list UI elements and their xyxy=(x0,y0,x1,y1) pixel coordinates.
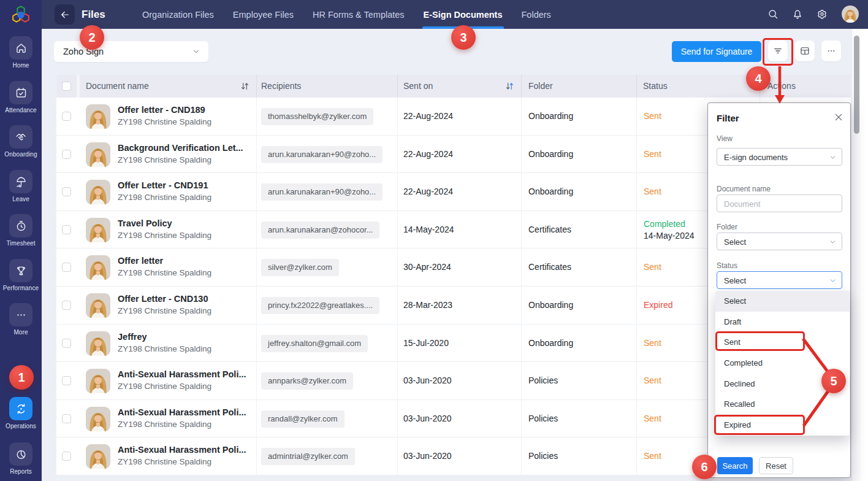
document-name[interactable]: Anti-Sexual Harassment Poli... xyxy=(118,407,246,417)
document-name[interactable]: Offer Letter - CND191 xyxy=(118,180,208,190)
vertical-scrollbar[interactable] xyxy=(851,29,861,481)
person-photo xyxy=(86,255,110,280)
status-label: Status xyxy=(717,261,737,270)
row-checkbox[interactable] xyxy=(62,376,71,385)
status-options-list: SelectDraftSentCompletedDeclinedRecalled… xyxy=(715,291,850,436)
document-owner: ZY198 Christine Spalding xyxy=(118,117,211,126)
status-option-select[interactable]: Select xyxy=(715,291,850,312)
operations-sync-icon xyxy=(15,402,28,415)
more-options-button[interactable] xyxy=(821,40,841,61)
row-checkbox[interactable] xyxy=(62,225,71,234)
person-photo xyxy=(86,142,110,167)
folder-name: Certificates xyxy=(528,262,571,272)
document-owner: ZY198 Christine Spalding xyxy=(118,306,211,315)
search-button[interactable] xyxy=(767,8,779,20)
filter-panel-title: Filter xyxy=(717,113,739,123)
folder-name: Policies xyxy=(528,451,558,461)
sidebar-item-label: Leave xyxy=(0,196,42,202)
col-recipients: Recipients xyxy=(261,81,301,91)
status-badge: Sent xyxy=(644,262,661,272)
document-name[interactable]: Offer letter - CND189 xyxy=(118,105,205,115)
recipient-email: thomasshelbyk@zylker.com xyxy=(261,108,373,125)
annotation-badge-5: 5 xyxy=(821,369,846,393)
sidebar-item-label: Reports xyxy=(0,468,42,475)
row-checkbox[interactable] xyxy=(62,187,71,196)
document-name[interactable]: Anti-Sexual Harassment Poli... xyxy=(118,369,246,379)
performance-trophy-icon xyxy=(15,264,28,277)
sort-icon[interactable] xyxy=(506,82,514,90)
scrollbar-thumb[interactable] xyxy=(854,36,859,134)
view-select[interactable]: E-sign documents xyxy=(717,148,842,166)
row-checkbox[interactable] xyxy=(62,339,71,348)
sent-on-date: 22-Aug-2024 xyxy=(403,149,453,159)
document-name[interactable]: Offer letter xyxy=(118,256,163,266)
send-for-signature-button[interactable]: Send for Signature xyxy=(672,41,761,62)
reset-button[interactable]: Reset xyxy=(759,457,793,474)
gear-button[interactable] xyxy=(816,8,828,20)
annotation-badge-1: 1 xyxy=(9,365,34,390)
sort-icon[interactable] xyxy=(241,82,249,90)
person-photo xyxy=(86,104,110,129)
sidebar-item-more[interactable]: More xyxy=(0,303,42,336)
avatar xyxy=(86,142,110,167)
row-checkbox[interactable] xyxy=(62,452,71,461)
person-photo xyxy=(86,180,110,204)
select-all-checkbox[interactable] xyxy=(62,82,71,91)
document-name[interactable]: Travel Policy xyxy=(118,218,172,228)
avatar xyxy=(86,293,110,318)
view-label: View xyxy=(717,134,733,143)
row-checkbox[interactable] xyxy=(62,414,71,423)
document-name[interactable]: Background Verification Let... xyxy=(118,143,243,153)
sidebar-item-home[interactable]: Home xyxy=(0,36,42,69)
sidebar-item-timesheet[interactable]: Timesheet xyxy=(0,214,42,247)
sent-on-date: 22-Aug-2024 xyxy=(403,187,453,196)
folder-select[interactable]: Select xyxy=(717,233,842,250)
sidebar-item-operations[interactable]: Operations xyxy=(0,397,42,429)
search-button[interactable]: Search xyxy=(717,457,753,474)
row-checkbox[interactable] xyxy=(62,150,71,159)
row-checkbox[interactable] xyxy=(62,263,71,272)
person-photo xyxy=(842,6,859,23)
col-folder: Folder xyxy=(528,81,553,91)
document-owner: ZY198 Christine Spalding xyxy=(118,344,211,353)
annotation-box-filter-button xyxy=(763,38,793,66)
folder-name: Onboarding xyxy=(528,338,573,348)
leave-umbrella-icon xyxy=(15,175,28,188)
sidebar-item-performance[interactable]: Performance xyxy=(0,259,42,291)
status-option-draft[interactable]: Draft xyxy=(715,312,850,333)
sidebar-item-attendance[interactable]: Attendance xyxy=(0,81,42,114)
sent-on-date: 15-Jul-2020 xyxy=(403,338,449,348)
bell-button[interactable] xyxy=(791,8,804,20)
row-checkbox[interactable] xyxy=(62,112,71,121)
column-settings-icon xyxy=(799,45,810,56)
document-name[interactable]: Anti-Sexual Harassment Poli... xyxy=(118,445,246,455)
avatar xyxy=(86,180,110,204)
document-name-input[interactable]: Document xyxy=(717,194,842,212)
document-name[interactable]: Offer Letter - CND130 xyxy=(118,294,208,304)
close-icon[interactable] xyxy=(834,112,843,122)
chevron-down-icon xyxy=(192,48,200,55)
sidebar-item-leave[interactable]: Leave xyxy=(0,170,42,202)
recipient-email: silver@zylker.com xyxy=(261,259,339,276)
sidebar-item-reports[interactable]: Reports xyxy=(0,442,42,475)
document-name[interactable]: Jeffrey xyxy=(118,332,147,342)
column-settings-button[interactable] xyxy=(795,40,815,61)
recipient-email: princy.fx22022@greatlakes.... xyxy=(261,297,379,314)
folder-name: Onboarding xyxy=(528,111,573,121)
status-badge: Sent xyxy=(644,187,661,196)
row-checkbox[interactable] xyxy=(62,301,71,310)
document-owner: ZY198 Christine Spalding xyxy=(118,420,211,429)
zoho-sign-dropdown[interactable]: Zoho Sign xyxy=(54,41,208,62)
col-status: Status xyxy=(643,81,668,91)
document-owner: ZY198 Christine Spalding xyxy=(118,457,211,466)
sidebar-item-onboarding[interactable]: Onboarding xyxy=(0,125,42,158)
status-badge: Sent xyxy=(644,111,661,121)
status-option-recalled[interactable]: Recalled xyxy=(715,394,850,415)
user-avatar[interactable] xyxy=(842,6,859,23)
onboarding-handshake-icon xyxy=(15,131,28,144)
person-photo xyxy=(86,444,110,469)
chevron-down-icon xyxy=(829,277,836,284)
col-document-name: Document name xyxy=(86,81,149,91)
status-select[interactable]: Select xyxy=(717,271,842,289)
zoho-people-logo[interactable] xyxy=(9,4,32,28)
